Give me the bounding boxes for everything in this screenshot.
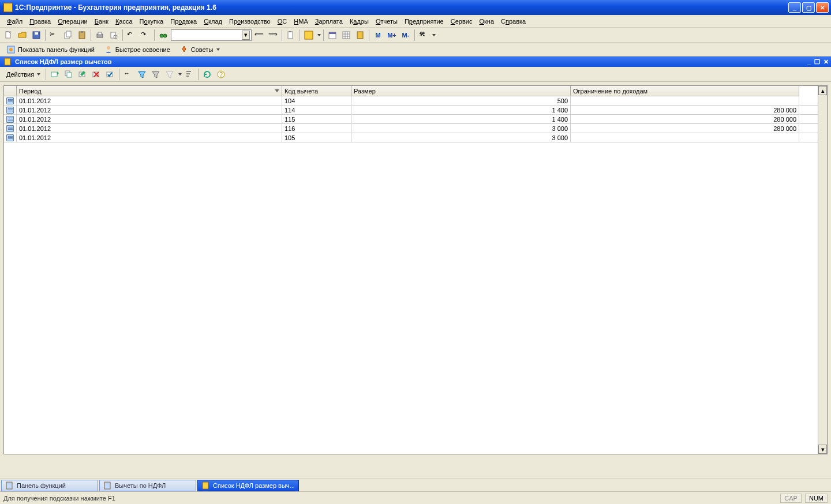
table-button[interactable]: [340, 29, 353, 42]
print-preview-icon: [109, 31, 118, 40]
redo-button[interactable]: ↷: [139, 29, 152, 42]
copy-button[interactable]: [62, 29, 74, 42]
column-header[interactable]: Размер: [351, 86, 571, 96]
maximize-button[interactable]: ▢: [802, 2, 815, 13]
vertical-scrollbar[interactable]: ▴ ▾: [818, 86, 827, 454]
menu-продажа[interactable]: Продажа: [167, 16, 200, 27]
menu-сервис[interactable]: Сервис: [447, 16, 476, 27]
toolbar-separator: [198, 69, 199, 80]
save-button[interactable]: [30, 29, 43, 42]
print-preview-button[interactable]: [107, 29, 120, 42]
status-hint: Для получения подсказки нажмите F1: [3, 495, 115, 502]
edit-row-button[interactable]: [76, 68, 89, 81]
menu-правка[interactable]: Правка: [26, 16, 54, 27]
taskbar-item[interactable]: Панель функций: [1, 480, 98, 491]
menu-отчеты[interactable]: Отчеты: [372, 16, 401, 27]
new-document-button[interactable]: [2, 29, 15, 42]
inner-toolbar: Действия ↔ ?: [0, 67, 831, 82]
refresh-button[interactable]: [201, 68, 214, 81]
record-icon: [6, 134, 14, 141]
row-icon-cell: [4, 124, 17, 133]
memory-m-label: M: [375, 32, 380, 39]
table-row[interactable]: 01.01.20121151 400280 000: [4, 115, 818, 124]
menu-окна[interactable]: Окна: [476, 16, 497, 27]
table-row[interactable]: 01.01.20121053 000: [4, 133, 818, 142]
column-header[interactable]: Код вычета: [282, 86, 351, 96]
find-next-button[interactable]: ⟹: [267, 29, 279, 42]
menu-операции[interactable]: Операции: [54, 16, 91, 27]
mark-done-button[interactable]: [104, 68, 117, 81]
undo-icon: ↶: [127, 31, 136, 40]
calendar-button[interactable]: [326, 29, 339, 42]
delete-row-button[interactable]: [90, 68, 103, 81]
memory-mminus-button[interactable]: M-: [399, 29, 412, 42]
filter-current-icon: [137, 70, 147, 79]
tools-button[interactable]: 🛠: [417, 29, 430, 42]
open-button[interactable]: [16, 29, 29, 42]
menu-склад[interactable]: Склад: [200, 16, 226, 27]
memory-mplus-button[interactable]: M+: [385, 29, 398, 42]
close-button[interactable]: ✕: [816, 2, 829, 13]
menu-зарплата[interactable]: Зарплата: [312, 16, 346, 27]
memory-m-button[interactable]: M: [372, 29, 384, 42]
paste-button[interactable]: [76, 29, 88, 42]
cell: 3 000: [351, 124, 571, 133]
filter-button[interactable]: [149, 68, 162, 81]
cell: 1 400: [351, 115, 571, 123]
print-button[interactable]: [93, 29, 106, 42]
menu-касса[interactable]: Касса: [112, 16, 136, 27]
dropdown-arrow-icon: [37, 73, 40, 76]
menu-справка[interactable]: Справка: [497, 16, 529, 27]
scroll-down-button[interactable]: ▾: [818, 445, 827, 454]
taskbar-item[interactable]: Вычеты по НДФЛ: [99, 480, 196, 491]
menu-нма[interactable]: НМА: [290, 16, 311, 27]
add-row-button[interactable]: [48, 68, 61, 81]
tips-button[interactable]: Советы: [177, 43, 223, 56]
quick-start-button[interactable]: Быстрое освоение: [101, 43, 173, 56]
find-button[interactable]: [157, 29, 170, 42]
grid-body[interactable]: 01.01.201210450001.01.20121141 400280 00…: [4, 96, 818, 454]
redo-icon: ↷: [141, 31, 150, 40]
move-columns-button[interactable]: ↔: [122, 68, 134, 81]
taskbar-item-label: Список НДФЛ размер выч...: [213, 482, 295, 489]
menu-кадры[interactable]: Кадры: [346, 16, 372, 27]
add-copy-button[interactable]: [62, 68, 75, 81]
table-row[interactable]: 01.01.20121141 400280 000: [4, 106, 818, 115]
svg-text:?: ?: [219, 72, 223, 78]
minimize-button[interactable]: _: [788, 2, 801, 13]
column-header[interactable]: Ограничение по доходам: [571, 86, 799, 96]
memory-mminus-label: M-: [402, 32, 410, 39]
sub-minimize-button[interactable]: _: [807, 58, 811, 65]
delete-icon: [92, 70, 101, 79]
menu-файл[interactable]: Файл: [3, 16, 26, 27]
1c-help-button[interactable]: [302, 29, 315, 42]
calculate-button[interactable]: [354, 29, 366, 42]
actions-button[interactable]: Действия: [3, 68, 43, 81]
sub-restore-button[interactable]: ❐: [814, 58, 820, 66]
column-header-label: Ограничение по доходам: [573, 88, 647, 95]
cut-button[interactable]: ✂: [48, 29, 61, 42]
menu-производство[interactable]: Производство: [226, 16, 274, 27]
cell: 104: [282, 96, 351, 105]
scroll-up-button[interactable]: ▴: [818, 86, 827, 95]
clipboard-button[interactable]: [285, 29, 297, 42]
menu-ос[interactable]: ОС: [274, 16, 291, 27]
scroll-thumb[interactable]: [818, 95, 827, 445]
filter-by-current-button[interactable]: [136, 68, 148, 81]
menu-банк[interactable]: Банк: [91, 16, 112, 27]
search-combo[interactable]: ▾: [171, 29, 252, 41]
filter-off-button[interactable]: [163, 68, 176, 81]
taskbar-item[interactable]: Список НДФЛ размер выч...: [197, 480, 299, 491]
undo-button[interactable]: ↶: [125, 29, 138, 42]
table-row[interactable]: 01.01.2012104500: [4, 96, 818, 106]
sort-button[interactable]: [183, 68, 196, 81]
find-prev-button[interactable]: ⟸: [253, 29, 265, 42]
help-button[interactable]: ?: [215, 68, 227, 81]
column-header[interactable]: Период: [17, 86, 282, 96]
table-row[interactable]: 01.01.20121163 000280 000: [4, 124, 818, 133]
menu-предприятие[interactable]: Предприятие: [401, 16, 447, 27]
menu-покупка[interactable]: Покупка: [136, 16, 167, 27]
show-function-panel-button[interactable]: Показать панель функций: [3, 43, 98, 56]
column-header-icon[interactable]: [4, 86, 17, 96]
sub-close-button[interactable]: ✕: [823, 58, 829, 66]
